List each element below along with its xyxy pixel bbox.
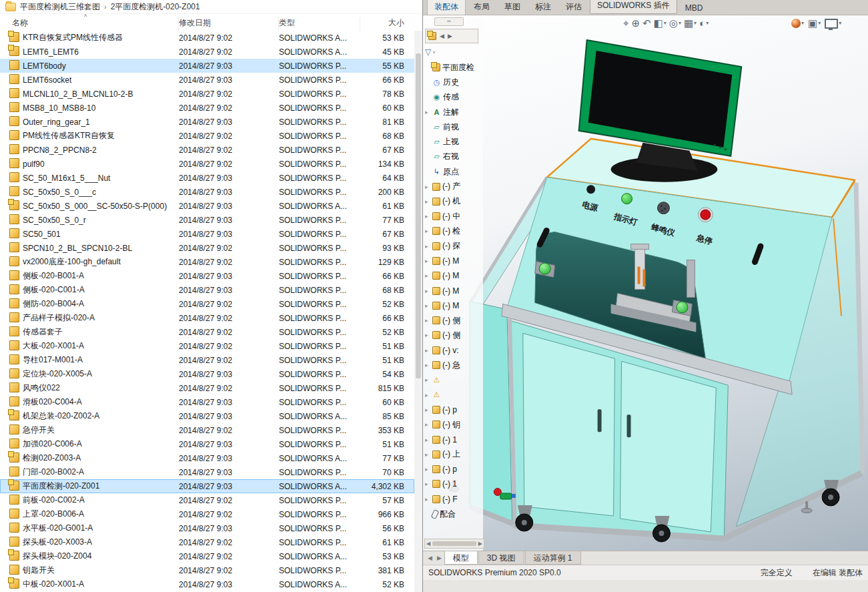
zoom-area-icon[interactable]: ⊕ [631, 17, 640, 30]
expand-chevron-icon[interactable]: ▸ [425, 362, 430, 368]
expand-chevron-icon[interactable]: ▸ [425, 376, 430, 383]
file-row[interactable]: 中板-020-X001-A2014/8/27 9:03SOLIDWORKS A.… [0, 577, 414, 591]
tree-root-item[interactable]: 平面度检 [425, 60, 483, 75]
file-row[interactable]: 探头板-020-X003-A2014/8/27 9:02SOLIDWORKS P… [0, 535, 414, 549]
expand-chevron-icon[interactable]: ▸ [425, 466, 430, 473]
filter-caret-icon[interactable]: ˅ [432, 49, 436, 55]
door-handle[interactable] [598, 409, 602, 432]
file-row[interactable]: 探头模块-020-Z0042014/8/27 9:02SOLIDWORKS A.… [0, 549, 414, 563]
file-row[interactable]: 水平板-020-G001-A2014/8/27 9:03SOLIDWORKS P… [0, 521, 414, 535]
display-style-icon[interactable]: ◐▾ [699, 17, 709, 30]
tree-item[interactable]: ▸(-) M [425, 254, 483, 268]
expand-chevron-icon[interactable]: ▸ [425, 347, 430, 354]
expand-chevron-icon[interactable]: ▸ [425, 272, 430, 279]
tree-item[interactable]: ▸(-) v: [425, 343, 483, 358]
tree-item[interactable]: ▸(-) p [425, 462, 483, 477]
expand-chevron-icon[interactable]: ▸ [425, 213, 430, 220]
file-row[interactable]: LEMT6body2014/8/27 9:03SOLIDWORKS P...55… [0, 59, 414, 73]
ribbon-tab[interactable]: 布局 [467, 0, 496, 15]
expand-chevron-icon[interactable]: ▸ [425, 451, 430, 458]
file-row[interactable]: LEMT6socket2014/8/27 9:03SOLIDWORKS P...… [0, 73, 414, 87]
expand-chevron-icon[interactable]: ▸ [425, 392, 430, 398]
breadcrumb-folder[interactable]: 平面度检测机三维套图 [20, 1, 100, 13]
pane-left-arrow-icon[interactable]: ◀ [440, 33, 444, 39]
file-row[interactable]: 风鸣仪0222014/8/27 9:02SOLIDWORKS P...815 K… [0, 381, 414, 395]
expand-chevron-icon[interactable]: ▸ [425, 496, 430, 503]
tree-item[interactable]: ▸(-) M [425, 298, 483, 313]
tree-item[interactable]: 配合 [425, 507, 483, 521]
expand-chevron-icon[interactable]: ▸ [425, 481, 430, 487]
dropdown-caret-icon[interactable]: ▾ [801, 17, 804, 30]
ribbon-tab[interactable]: MBD [679, 1, 710, 15]
tree-item[interactable]: ▸(-) 上 [425, 447, 483, 462]
ribbon-tab[interactable]: SOLIDWORKS 插件 [590, 0, 677, 14]
file-row[interactable]: 机架总装-020-Z002-A2014/8/27 9:03SOLIDWORKS … [0, 409, 414, 423]
dropdown-caret-icon[interactable]: ▾ [839, 17, 841, 30]
file-row[interactable]: PPCN8_2_PPCN8-22014/8/27 9:02SOLIDWORKS … [0, 143, 414, 157]
expand-chevron-icon[interactable]: ▸ [425, 288, 430, 294]
expand-chevron-icon[interactable]: ▸ [425, 258, 430, 264]
ribbon-tab[interactable]: 草图 [498, 0, 527, 15]
file-row[interactable]: SC_50_M16x1_5___Nut2014/8/27 9:03SOLIDWO… [0, 171, 414, 185]
view-orientation-icon[interactable]: ▦▾ [684, 17, 697, 30]
zoom-fit-icon[interactable]: ⌖ [623, 17, 628, 30]
section-view-icon[interactable]: ◧▾ [654, 17, 667, 30]
column-header-date[interactable]: 修改日期 [179, 17, 279, 31]
breadcrumb-subfolder[interactable]: 2平面度检测机-020-Z001 [111, 1, 200, 13]
expand-chevron-icon[interactable]: ▸ [425, 332, 430, 338]
tree-item[interactable]: ▸A注解 [425, 105, 483, 119]
tree-item[interactable]: ▸(-) 1 [425, 432, 483, 447]
file-row[interactable]: LEMT6_LEMT62014/8/27 9:02SOLIDWORKS A...… [0, 45, 414, 59]
column-header-size[interactable]: 大小 [360, 17, 407, 31]
tree-item[interactable]: ▱前视 [425, 119, 483, 134]
file-row[interactable]: PM线性传感器KTR自恢复2014/8/27 9:02SOLIDWORKS P.… [0, 129, 414, 143]
document-tab[interactable]: 3D 视图 [478, 551, 524, 565]
tree-horizontal-scrollbar[interactable]: ◀ ▶ [424, 539, 484, 549]
file-row[interactable]: SC_50x50_S_000__SC-50x50-S-P(000)2014/8/… [0, 199, 414, 213]
tree-item[interactable]: ▸(-) F [425, 492, 483, 507]
view-settings-icon[interactable]: ▾ [825, 17, 841, 30]
file-row[interactable]: 定位块-020-X005-A2014/8/27 9:03SOLIDWORKS P… [0, 367, 414, 381]
ribbon-tab[interactable]: 标注 [528, 0, 558, 15]
edit-appearance-icon[interactable]: ▾ [791, 17, 804, 30]
file-row[interactable]: 门部-020-B002-A2014/8/27 9:03SOLIDWORKS P.… [0, 465, 414, 479]
file-row[interactable]: KTR自恢复式PM线性传感器2014/8/27 9:02SOLIDWORKS A… [0, 31, 414, 45]
tabs-scroll-right-icon[interactable]: ▶ [435, 555, 444, 561]
file-row[interactable]: 钥匙开关2014/8/27 9:02SOLIDWORKS P...381 KB [0, 563, 414, 577]
filter-funnel-icon[interactable]: ▽ [425, 47, 431, 57]
tree-item[interactable]: ↳原点 [425, 164, 483, 179]
ribbon-tab[interactable]: 装配体 [427, 0, 466, 15]
pane-right-arrow-icon[interactable]: ▶ [448, 33, 452, 39]
file-row[interactable]: vx2000底座-100-gh_default2014/8/27 9:02SOL… [0, 255, 414, 269]
file-row[interactable]: SC_50x50_S_0___c2014/8/27 9:03SOLIDWORKS… [0, 185, 414, 199]
expand-chevron-icon[interactable]: ▸ [425, 184, 430, 190]
file-row[interactable]: 侧防-020-B004-A2014/8/27 9:02SOLIDWORKS P.… [0, 297, 414, 311]
tree-item[interactable]: ▸(-) 1 [425, 477, 483, 491]
door-handle[interactable] [627, 414, 631, 437]
file-row[interactable]: SC50_5012014/8/27 9:03SOLIDWORKS P...67 … [0, 227, 414, 241]
scroll-right-icon[interactable]: ▶ [478, 541, 482, 547]
emergency-stop-button[interactable] [701, 210, 711, 220]
tree-item[interactable]: ▸(-) 中 [425, 209, 483, 224]
tree-item[interactable]: ▸⚠ [425, 388, 483, 402]
file-row[interactable]: SPCN10_2_BL_SPCN10-2-BL2014/8/27 9:02SOL… [0, 241, 414, 255]
tabs-scroll-left-icon[interactable]: ◀ [426, 555, 434, 561]
file-row[interactable]: 大板-020-X001-A2014/8/27 9:02SOLIDWORKS P.… [0, 339, 414, 353]
file-row[interactable]: 侧板-020-B001-A2014/8/27 9:03SOLIDWORKS P.… [0, 269, 414, 283]
file-row[interactable]: 上罩-020-B006-A2014/8/27 9:02SOLIDWORKS P.… [0, 507, 414, 521]
column-header-name[interactable]: 名称 [9, 17, 179, 31]
file-row[interactable]: 平面度检测-020-Z0012014/8/27 9:03SOLIDWORKS A… [0, 479, 414, 493]
hide-show-items-icon[interactable]: ◎▾ [669, 17, 681, 30]
expand-chevron-icon[interactable]: ▸ [425, 109, 430, 115]
document-tab[interactable]: 运动算例 1 [525, 551, 581, 565]
pane-dock-handle[interactable]: ▪▪ [434, 17, 464, 26]
scrollbar-thumb[interactable] [432, 541, 476, 546]
file-row[interactable]: MLCNL10_2_B_MLCNL10-2-B2014/8/27 9:02SOL… [0, 87, 414, 101]
file-row[interactable]: 侧板-020-C001-A2014/8/27 9:03SOLIDWORKS P.… [0, 283, 414, 297]
power-switch[interactable] [586, 185, 595, 194]
expand-chevron-icon[interactable]: ▸ [425, 421, 430, 428]
dropdown-caret-icon[interactable]: ▾ [664, 17, 667, 30]
ribbon-tab[interactable]: 评估 [559, 0, 588, 15]
assembly-3d-model[interactable]: 电源 指示灯 蜂鸣仪 急停 [423, 15, 868, 551]
tree-item[interactable]: ▸(-) 产 [425, 179, 483, 194]
